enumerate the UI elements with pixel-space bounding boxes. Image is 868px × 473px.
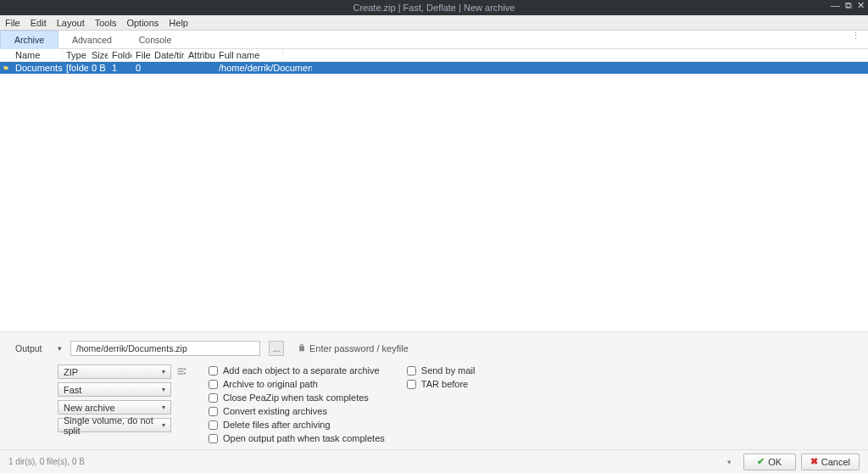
format-selects: ZIP▾ Fast▾ New archive▾ Single volume, d… (58, 364, 186, 443)
chk-separate[interactable]: Add each object to a separate archive (209, 365, 385, 376)
tab-archive[interactable]: Archive (0, 31, 58, 49)
chevron-down-icon: ▾ (162, 386, 165, 393)
chk-closeapp-box[interactable] (209, 393, 218, 403)
mode-select[interactable]: New archive▾ (58, 400, 171, 415)
menu-options[interactable]: Options (126, 18, 159, 28)
maximize-icon[interactable]: ⧉ (845, 0, 852, 11)
table-row[interactable]: Documents [folder] 0 B 1 0 /home/derrik/… (0, 62, 868, 74)
col-type[interactable]: Type (63, 50, 88, 60)
password-link[interactable]: Enter password / keyfile (298, 343, 409, 353)
cell-size: 0 B (88, 63, 108, 73)
file-table: Name Type Size Folders Files Date/time A… (0, 49, 868, 332)
chevron-down-icon: ▾ (162, 421, 165, 429)
menu-tools[interactable]: Tools (95, 18, 117, 28)
chk-separate-box[interactable] (209, 366, 218, 376)
output-history-caret-icon[interactable]: ▾ (58, 344, 62, 353)
lock-icon (298, 343, 306, 353)
chk-delafter-box[interactable] (209, 420, 218, 430)
minimize-icon[interactable]: — (831, 0, 840, 11)
cell-name: Documents (12, 63, 63, 73)
chk-delafter[interactable]: Delete files after archiving (209, 420, 385, 430)
table-header: Name Type Size Folders Files Date/time A… (0, 49, 868, 62)
chk-openout-box[interactable] (209, 434, 218, 443)
password-label: Enter password / keyfile (309, 343, 409, 353)
col-folders[interactable]: Folders (108, 50, 132, 60)
col-fullname[interactable]: Full name (215, 50, 283, 60)
folder-icon (0, 64, 12, 72)
menu-layout[interactable]: Layout (57, 18, 85, 28)
browse-button[interactable]: ... (269, 341, 284, 356)
cell-folders: 1 (108, 63, 132, 73)
window-buttons: — ⧉ ✕ (831, 0, 865, 11)
chevron-down-icon: ▾ (162, 403, 165, 411)
tab-overflow-icon[interactable]: ⋮ (843, 31, 868, 48)
tab-console[interactable]: Console (125, 31, 186, 48)
window-title: Create.zip | Fast, Deflate | New archive (353, 3, 515, 13)
col-datetime[interactable]: Date/time (151, 50, 185, 60)
output-path-input[interactable] (70, 341, 260, 356)
chk-sendmail[interactable]: Send by mail (407, 365, 476, 376)
close-icon[interactable]: ✕ (857, 0, 865, 11)
check-icon: ✔ (757, 456, 765, 467)
chk-convert[interactable]: Convert existing archives (209, 406, 385, 416)
menubar: File Edit Layout Tools Options Help (0, 15, 868, 31)
format-select[interactable]: ZIP▾ (58, 364, 171, 379)
menu-help[interactable]: Help (169, 18, 188, 28)
checks-col1: Add each object to a separate archive Ar… (209, 364, 385, 443)
col-files[interactable]: Files (132, 50, 151, 60)
chk-origpath-box[interactable] (209, 380, 218, 389)
chevron-down-icon: ▾ (162, 368, 165, 376)
format-advanced-icon[interactable] (176, 366, 186, 378)
options-panel: Output ▾ ... Enter password / keyfile ZI… (0, 332, 868, 447)
chk-origpath[interactable]: Archive to original path (209, 379, 385, 389)
cell-fullname: /home/derrik/Documents (215, 63, 312, 73)
footer-options-caret-icon[interactable]: ▾ (727, 458, 732, 466)
col-attributes[interactable]: Attributes (185, 50, 215, 60)
chk-sendmail-box[interactable] (407, 366, 416, 376)
footer: 1 dir(s), 0 file(s), 0 B ▾ ✔OK ✖Cancel (0, 449, 868, 473)
cancel-button[interactable]: ✖Cancel (801, 454, 860, 470)
col-size[interactable]: Size (88, 50, 108, 60)
chk-tarbefore-box[interactable] (407, 380, 416, 389)
chk-convert-box[interactable] (209, 407, 218, 416)
checks-col2: Send by mail TAR before (407, 364, 476, 443)
chk-tarbefore[interactable]: TAR before (407, 379, 476, 389)
cell-files: 0 (132, 63, 151, 73)
tab-advanced[interactable]: Advanced (58, 31, 125, 48)
col-name[interactable]: Name (12, 50, 63, 60)
status-text: 1 dir(s), 0 file(s), 0 B (8, 457, 85, 466)
level-select[interactable]: Fast▾ (58, 382, 171, 397)
x-icon: ✖ (810, 456, 818, 467)
chk-closeapp[interactable]: Close PeaZip when task completes (209, 392, 385, 403)
ok-button[interactable]: ✔OK (743, 454, 796, 470)
split-select[interactable]: Single volume, do not split▾ (58, 418, 171, 432)
cell-type: [folder] (63, 63, 88, 73)
tabstrip: Archive Advanced Console ⋮ (0, 31, 868, 49)
menu-edit[interactable]: Edit (31, 18, 47, 28)
output-label: Output (15, 343, 49, 353)
menu-file[interactable]: File (5, 18, 20, 28)
chk-openout[interactable]: Open output path when task completes (209, 433, 385, 443)
titlebar: Create.zip | Fast, Deflate | New archive… (0, 0, 868, 15)
